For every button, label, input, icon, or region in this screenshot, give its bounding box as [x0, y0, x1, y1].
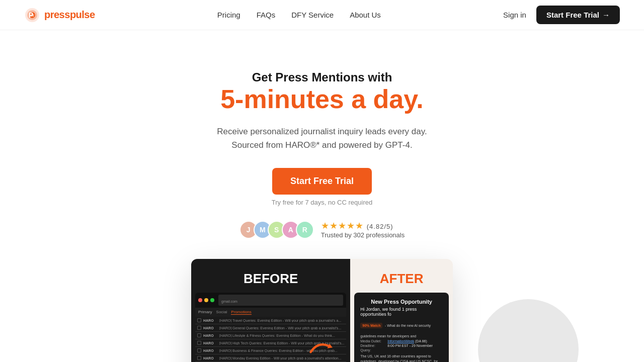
hero-cta-wrap: Start Free Trial Try free for 7 days, no… [131, 168, 513, 206]
nav-dfy[interactable]: DFY Service [291, 11, 334, 19]
browser-chrome: gmail.com [195, 293, 346, 308]
press-match-badge: 90% Match - What do the new AI security … [360, 320, 443, 339]
nav-cta-arrow: → [602, 11, 610, 19]
star-rating: ★★★★★ (4.82/5) [321, 220, 393, 231]
browser-max [210, 298, 214, 302]
email-checkbox [197, 341, 201, 345]
avatar: R [296, 221, 314, 239]
social-proof: J M S A R ★★★★★ (4.82/5) Trusted by 302 … [131, 220, 513, 239]
email-checkbox [197, 333, 201, 337]
rating-wrap: ★★★★★ (4.82/5) Trusted by 302 profession… [321, 220, 405, 239]
hero-section: Get Press Mentions with 5-minutes a day.… [121, 30, 523, 259]
rating-value: (4.82/5) [367, 223, 393, 230]
email-checkbox [197, 318, 201, 322]
query-key: Query: [360, 348, 385, 352]
hero-description: Receive personalized journalist inquiry … [131, 125, 513, 152]
nav-about[interactable]: About Us [350, 11, 381, 19]
before-after-section: BEFORE gmail.com Primary Social Promotio… [96, 259, 548, 362]
deadline-key: Deadline: [360, 344, 385, 347]
press-card-title: New Press Opportunity [360, 299, 443, 305]
sign-in-button[interactable]: Sign in [503, 11, 526, 19]
logo-text: presspulse [44, 9, 95, 21]
deco-circle-right [478, 299, 579, 362]
list-item: HARO [HARO] General Queries: Evening Edi… [195, 324, 346, 332]
nav-cta-label: Start Free Trial [546, 11, 599, 19]
browser-close [198, 298, 202, 302]
before-after-container: BEFORE gmail.com Primary Social Promotio… [191, 259, 453, 362]
before-label: BEFORE [191, 267, 350, 293]
after-label: AFTER [350, 267, 453, 293]
email-checkbox [197, 326, 201, 330]
email-tab-promos: Promotions [231, 310, 251, 315]
nav-right: Sign in Start Free Trial → [503, 6, 620, 24]
email-tab-social: Social [216, 310, 227, 315]
social-proof-text: Trusted by 302 professionals [321, 231, 405, 239]
browser-address: gmail.com [218, 295, 343, 306]
address-text: gmail.com [221, 300, 237, 303]
logo[interactable]: P presspulse [24, 7, 95, 23]
outlet-link: InformationWeek [387, 339, 414, 343]
logo-icon: P [24, 7, 40, 23]
outlet-key: Media Outlet: [360, 339, 385, 343]
match-label: 90% Match [360, 323, 382, 328]
list-item: HARO [HARO] Travel Queries: Evening Edit… [195, 317, 346, 324]
after-side: AFTER New Press Opportunity Hi Jordan, w… [350, 259, 453, 362]
svg-text:P: P [29, 11, 33, 19]
arrow-decoration [307, 336, 337, 356]
avatar-group: J M S A R [239, 221, 314, 239]
outlet-val: InformationWeek (DA 86) [387, 339, 427, 343]
deadline-row: Deadline: 8:00 PM EST - 29 November [360, 344, 443, 347]
outlet-row: Media Outlet: InformationWeek (DA 86) [360, 339, 443, 343]
hero-cta-button[interactable]: Start Free Trial [272, 168, 372, 195]
navbar: P presspulse Pricing FAQs DFY Service Ab… [0, 0, 644, 30]
deadline-val: 8:00 PM EST - 29 November [387, 344, 433, 347]
email-checkbox [197, 356, 201, 360]
nav-cta-button[interactable]: Start Free Trial → [536, 6, 620, 24]
outlet-da: (DA 86) [415, 339, 427, 343]
email-checkbox [197, 348, 201, 352]
email-tabs: Primary Social Promotions [195, 308, 346, 317]
query-row: Query: [360, 348, 443, 352]
after-card: New Press Opportunity Hi Jordan, we foun… [350, 293, 453, 362]
nav-faqs[interactable]: FAQs [257, 11, 276, 19]
hero-cta-subtext: Try free for 7 days, no CC required [272, 199, 372, 206]
email-tab-primary: Primary [198, 310, 212, 315]
hero-subheadline: 5-minutes a day. [220, 84, 424, 114]
browser-min [204, 298, 208, 302]
press-opportunity-card: New Press Opportunity Hi Jordan, we foun… [354, 293, 449, 362]
hero-headline: Get Press Mentions with 5-minutes a day. [131, 70, 513, 115]
nav-links: Pricing FAQs DFY Service About Us [217, 11, 381, 19]
query-val: The US, UK and 16 other countries agreed… [360, 354, 443, 362]
nav-pricing[interactable]: Pricing [217, 11, 240, 19]
press-card-greeting: Hi Jordan, we found 1 press opportunitie… [360, 307, 443, 317]
